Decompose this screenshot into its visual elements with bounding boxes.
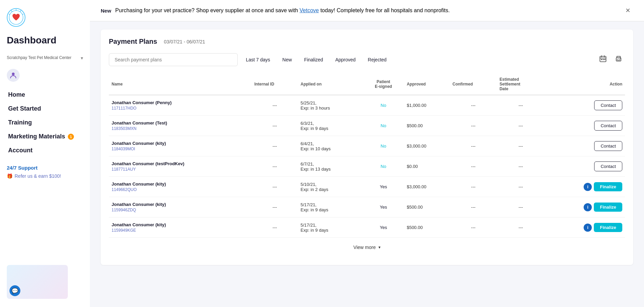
cell-name: Jonathan Consumer (Penny) 1171117HDO bbox=[109, 95, 252, 116]
chat-bubble-icon[interactable]: 💬 bbox=[9, 285, 20, 296]
table-row: Jonathan Consumer (kity) 1159949KGE --- … bbox=[109, 217, 625, 238]
contact-button[interactable]: Contact bbox=[594, 100, 622, 110]
finalize-button[interactable]: Finalize bbox=[594, 223, 622, 232]
calendar-icon bbox=[599, 55, 607, 62]
illustration: 💬 bbox=[7, 265, 68, 299]
contact-button[interactable]: Contact bbox=[594, 161, 622, 171]
cell-confirmed: --- bbox=[450, 156, 497, 177]
cell-internal-id: --- bbox=[252, 136, 298, 156]
cell-action: Contact bbox=[545, 95, 625, 116]
cell-name: Jonathan Consumer (testProdKev) 1187711A… bbox=[109, 156, 252, 177]
nav-link-get-started[interactable]: Get Started bbox=[7, 102, 83, 115]
nav-link-marketing[interactable]: Marketing Materials 1 bbox=[7, 130, 83, 143]
nav-menu: Home Get Started Training Marketing Mate… bbox=[7, 89, 83, 158]
print-icon-button[interactable] bbox=[612, 52, 625, 67]
page-content: Payment Plans 03/07/21 - 06/07/21 Last 7… bbox=[90, 21, 644, 307]
sidebar: Dashboard Scratchpay Test Pet Medical Ce… bbox=[0, 0, 90, 307]
cell-internal-id: --- bbox=[252, 197, 298, 217]
cell-action: Contact bbox=[545, 136, 625, 156]
cell-approved: $1,000.00 bbox=[404, 95, 450, 116]
info-icon[interactable]: i bbox=[584, 203, 592, 211]
search-input[interactable] bbox=[109, 53, 238, 66]
cell-action: Contact bbox=[545, 116, 625, 136]
nav-item-home[interactable]: Home bbox=[7, 89, 83, 101]
nav-link-home[interactable]: Home bbox=[7, 89, 83, 101]
cell-action: i Finalize bbox=[545, 177, 625, 197]
cell-name: Jonathan Consumer (kity) 1159949KGE bbox=[109, 217, 252, 238]
cell-estimated-settlement-date: --- bbox=[497, 197, 545, 217]
col-header-patient-esigned: Patient E-signed bbox=[363, 74, 404, 95]
table-row: Jonathan Consumer (kity) 1159946ZDQ --- … bbox=[109, 197, 625, 217]
svg-rect-15 bbox=[617, 59, 620, 60]
org-name: Scratchpay Test Pet Medical Center bbox=[7, 55, 72, 61]
payment-plans-table: Name Internal ID Applied on Patient E-si… bbox=[109, 74, 625, 238]
patient-name: Jonathan Consumer (kity) bbox=[112, 181, 249, 187]
cell-applied-on: 6/4/21, Exp: in 10 days bbox=[298, 136, 363, 156]
org-selector[interactable]: Scratchpay Test Pet Medical Center ▾ bbox=[7, 53, 83, 63]
filter-finalized-button[interactable]: Finalized bbox=[300, 54, 327, 65]
info-icon[interactable]: i bbox=[584, 224, 592, 232]
info-icon[interactable]: i bbox=[584, 183, 592, 191]
cell-estimated-settlement-date: --- bbox=[497, 177, 545, 197]
cell-confirmed: --- bbox=[450, 95, 497, 116]
svg-rect-12 bbox=[603, 59, 604, 60]
col-header-name: Name bbox=[109, 74, 252, 95]
nav-link-training[interactable]: Training bbox=[7, 116, 83, 129]
patient-name: Jonathan Consumer (kity) bbox=[112, 202, 249, 207]
user-avatar[interactable] bbox=[7, 69, 20, 82]
filter-last7-button[interactable]: Last 7 days bbox=[242, 54, 274, 65]
finalize-button[interactable]: Finalize bbox=[594, 203, 622, 212]
refer-link[interactable]: 🎁 Refer us & earn $100! bbox=[7, 173, 83, 179]
cell-action: i Finalize bbox=[545, 217, 625, 238]
finalize-button[interactable]: Finalize bbox=[594, 182, 622, 191]
table-row: Jonathan Consumer (kity) 1149662QUO --- … bbox=[109, 177, 625, 197]
patient-name: Jonathan Consumer (testProdKev) bbox=[112, 161, 249, 166]
table-row: Jonathan Consumer (kity) 1184039MOI --- … bbox=[109, 136, 625, 156]
cell-action: Contact bbox=[545, 156, 625, 177]
banner-text: Purchasing for your vet practice? Shop e… bbox=[115, 7, 450, 14]
col-header-estimated-settlement: Estimated Settlement Date bbox=[497, 74, 545, 95]
nav-item-account[interactable]: Account bbox=[7, 144, 83, 157]
chevron-down-icon: ▾ bbox=[81, 55, 83, 61]
cell-applied-on: 6/7/21, Exp: in 13 days bbox=[298, 156, 363, 177]
cell-internal-id: --- bbox=[252, 217, 298, 238]
table-row: Jonathan Consumer (Penny) 1171117HDO ---… bbox=[109, 95, 625, 116]
banner-new-label: New bbox=[101, 8, 111, 14]
cell-approved: $3,000.00 bbox=[404, 136, 450, 156]
patient-id: 1183503MXN bbox=[112, 126, 249, 131]
sidebar-illustration: 💬 bbox=[7, 258, 83, 299]
filter-new-button[interactable]: New bbox=[278, 54, 296, 65]
cell-patient-esigned: No bbox=[363, 95, 404, 116]
contact-button[interactable]: Contact bbox=[594, 121, 622, 131]
patient-id: 1187711AUY bbox=[112, 167, 249, 172]
view-more-button[interactable]: View more ▾ bbox=[109, 238, 625, 257]
patient-id: 1159949KGE bbox=[112, 228, 249, 233]
cell-applied-on: 6/3/21, Exp: in 9 days bbox=[298, 116, 363, 136]
filter-approved-button[interactable]: Approved bbox=[331, 54, 360, 65]
nav-item-get-started[interactable]: Get Started bbox=[7, 102, 83, 115]
banner-close-button[interactable]: ✕ bbox=[623, 5, 633, 16]
nav-item-training[interactable]: Training bbox=[7, 116, 83, 129]
marketing-badge: 1 bbox=[68, 134, 74, 140]
filter-rejected-button[interactable]: Rejected bbox=[364, 54, 391, 65]
cell-estimated-settlement-date: --- bbox=[497, 217, 545, 238]
view-more-chevron-icon: ▾ bbox=[378, 245, 380, 250]
contact-button[interactable]: Contact bbox=[594, 141, 622, 151]
patient-name: Jonathan Consumer (Penny) bbox=[112, 100, 249, 105]
plans-header: Payment Plans 03/07/21 - 06/07/21 bbox=[109, 38, 625, 45]
cell-estimated-settlement-date: --- bbox=[497, 136, 545, 156]
user-icon bbox=[9, 71, 17, 79]
vetcove-link[interactable]: Vetcove bbox=[299, 7, 319, 13]
support-link[interactable]: 24/7 Support bbox=[7, 165, 83, 171]
main-content: New Purchasing for your vet practice? Sh… bbox=[90, 0, 644, 307]
patient-id: 1184039MOI bbox=[112, 147, 249, 151]
nav-item-marketing[interactable]: Marketing Materials 1 bbox=[7, 130, 83, 143]
cell-estimated-settlement-date: --- bbox=[497, 116, 545, 136]
col-header-confirmed: Confirmed bbox=[450, 74, 497, 95]
cell-approved: $500.00 bbox=[404, 217, 450, 238]
calendar-icon-button[interactable] bbox=[597, 52, 609, 67]
cell-applied-on: 5/17/21, Exp: in 9 days bbox=[298, 217, 363, 238]
nav-link-account[interactable]: Account bbox=[7, 144, 83, 157]
cell-patient-esigned: Yes bbox=[363, 177, 404, 197]
cell-name: Jonathan Consumer (kity) 1159946ZDQ bbox=[109, 197, 252, 217]
